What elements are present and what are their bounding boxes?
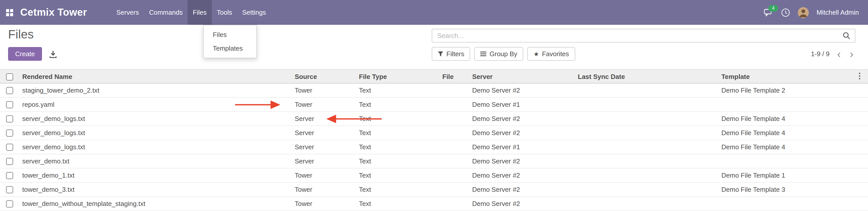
- nav-item-servers[interactable]: Servers: [111, 0, 144, 25]
- select-all-checkbox[interactable]: [6, 73, 13, 81]
- table-row[interactable]: repos.yamlTowerTextDemo Server #1: [0, 97, 868, 112]
- cell-source[interactable]: Tower: [293, 83, 357, 97]
- cell-rendered-name[interactable]: server_demo_logs.txt: [20, 126, 293, 140]
- cell-last-sync[interactable]: [576, 97, 719, 112]
- brand-title[interactable]: Cetmix Tower: [20, 7, 87, 18]
- cell-server[interactable]: Demo Server #1: [470, 140, 576, 154]
- column-header-file-type[interactable]: File Type: [357, 69, 440, 83]
- pager-prev-button[interactable]: ‹: [836, 48, 842, 59]
- cell-last-sync[interactable]: [576, 140, 719, 154]
- cell-server[interactable]: Demo Server #2: [470, 168, 576, 182]
- table-row[interactable]: server_demo_logs.txtServerTextDemo Serve…: [0, 112, 868, 126]
- cell-file[interactable]: [440, 126, 470, 140]
- cell-file[interactable]: [440, 140, 470, 154]
- favorites-button[interactable]: ★ Favorites: [528, 47, 575, 61]
- nav-item-files[interactable]: Files: [188, 0, 212, 25]
- cell-server[interactable]: Demo Server #2: [470, 197, 576, 211]
- cell-rendered-name[interactable]: server_demo_logs.txt: [20, 140, 293, 154]
- cell-file[interactable]: [440, 97, 470, 112]
- cell-file[interactable]: [440, 168, 470, 182]
- row-checkbox[interactable]: [6, 172, 13, 179]
- row-checkbox[interactable]: [6, 144, 13, 151]
- cell-template[interactable]: Demo File Template 4: [719, 126, 868, 140]
- cell-template[interactable]: Demo File Template 4: [719, 112, 868, 126]
- table-row[interactable]: server_demo_logs.txtServerTextDemo Serve…: [0, 126, 868, 140]
- column-header-source[interactable]: Source: [293, 69, 357, 83]
- cell-template[interactable]: [719, 154, 868, 168]
- cell-template[interactable]: [719, 197, 868, 211]
- table-row[interactable]: staging_tower_demo_2.txtTowerTextDemo Se…: [0, 83, 868, 97]
- cell-file[interactable]: [440, 182, 470, 197]
- cell-file-type[interactable]: Text: [357, 168, 440, 182]
- create-button[interactable]: Create: [8, 47, 42, 61]
- pager-next-button[interactable]: ›: [848, 48, 855, 59]
- cell-last-sync[interactable]: [576, 154, 719, 168]
- row-checkbox[interactable]: [6, 186, 13, 193]
- cell-source[interactable]: Server: [293, 112, 357, 126]
- column-header-file[interactable]: File: [440, 69, 470, 83]
- cell-last-sync[interactable]: [576, 83, 719, 97]
- cell-file[interactable]: [440, 83, 470, 97]
- messages-button[interactable]: 4: [764, 8, 773, 17]
- cell-server[interactable]: Demo Server #2: [470, 83, 576, 97]
- cell-last-sync[interactable]: [576, 126, 719, 140]
- row-checkbox[interactable]: [6, 158, 13, 165]
- table-row[interactable]: tower_demo_without_template_staging.txtT…: [0, 197, 868, 211]
- cell-template[interactable]: Demo File Template 3: [719, 182, 868, 197]
- cell-file-type[interactable]: Text: [357, 126, 440, 140]
- apps-menu-icon[interactable]: [6, 9, 13, 16]
- cell-source[interactable]: Server: [293, 154, 357, 168]
- column-header-template[interactable]: Template: [719, 69, 868, 83]
- cell-file-type[interactable]: Text: [357, 140, 440, 154]
- cell-file[interactable]: [440, 197, 470, 211]
- column-header-server[interactable]: Server: [470, 69, 576, 83]
- cell-file-type[interactable]: Text: [357, 83, 440, 97]
- row-checkbox[interactable]: [6, 116, 13, 123]
- cell-file-type[interactable]: Text: [357, 197, 440, 211]
- group-by-button[interactable]: Group By: [474, 47, 524, 61]
- search-icon[interactable]: [843, 32, 855, 39]
- cell-server[interactable]: Demo Server #2: [470, 126, 576, 140]
- cell-rendered-name[interactable]: tower_demo_without_template_staging.txt: [20, 197, 293, 211]
- cell-last-sync[interactable]: [576, 112, 719, 126]
- row-checkbox[interactable]: [6, 201, 13, 208]
- cell-rendered-name[interactable]: staging_tower_demo_2.txt: [20, 83, 293, 97]
- cell-source[interactable]: Tower: [293, 197, 357, 211]
- cell-source[interactable]: Server: [293, 126, 357, 140]
- nav-item-settings[interactable]: Settings: [237, 0, 271, 25]
- cell-rendered-name[interactable]: server_demo_logs.txt: [20, 112, 293, 126]
- activity-button[interactable]: [781, 8, 790, 17]
- cell-last-sync[interactable]: [576, 197, 719, 211]
- cell-source[interactable]: Tower: [293, 168, 357, 182]
- cell-template[interactable]: Demo File Template 2: [719, 83, 868, 97]
- cell-template[interactable]: Demo File Template 1: [719, 168, 868, 182]
- row-checkbox[interactable]: [6, 87, 13, 94]
- column-options-toggle[interactable]: ⋮: [856, 71, 863, 81]
- row-checkbox[interactable]: [6, 101, 13, 109]
- table-row[interactable]: tower_demo_1.txtTowerTextDemo Server #2D…: [0, 168, 868, 182]
- cell-last-sync[interactable]: [576, 168, 719, 182]
- dropdown-item-templates[interactable]: Templates: [204, 41, 256, 55]
- cell-server[interactable]: Demo Server #2: [470, 154, 576, 168]
- cell-file-type[interactable]: Text: [357, 154, 440, 168]
- table-row[interactable]: server_demo_logs.txtServerTextDemo Serve…: [0, 140, 868, 154]
- column-header-last-sync-date[interactable]: Last Sync Date: [576, 69, 719, 83]
- cell-file[interactable]: [440, 112, 470, 126]
- dropdown-item-files[interactable]: Files: [204, 28, 256, 41]
- cell-template[interactable]: Demo File Template 4: [719, 140, 868, 154]
- cell-rendered-name[interactable]: tower_demo_1.txt: [20, 168, 293, 182]
- cell-source[interactable]: Tower: [293, 182, 357, 197]
- cell-file-type[interactable]: Text: [357, 97, 440, 112]
- cell-file[interactable]: [440, 154, 470, 168]
- avatar[interactable]: [798, 7, 809, 18]
- table-row[interactable]: server_demo.txtServerTextDemo Server #2: [0, 154, 868, 168]
- cell-last-sync[interactable]: [576, 182, 719, 197]
- nav-item-tools[interactable]: Tools: [212, 0, 237, 25]
- user-menu[interactable]: Mitchell Admin: [816, 9, 859, 16]
- filters-button[interactable]: Filters: [432, 47, 470, 61]
- cell-source[interactable]: Tower: [293, 97, 357, 112]
- search-input[interactable]: [432, 32, 843, 39]
- table-row[interactable]: tower_demo_3.txtTowerTextDemo Server #2D…: [0, 182, 868, 197]
- cell-rendered-name[interactable]: server_demo.txt: [20, 154, 293, 168]
- cell-template[interactable]: [719, 97, 868, 112]
